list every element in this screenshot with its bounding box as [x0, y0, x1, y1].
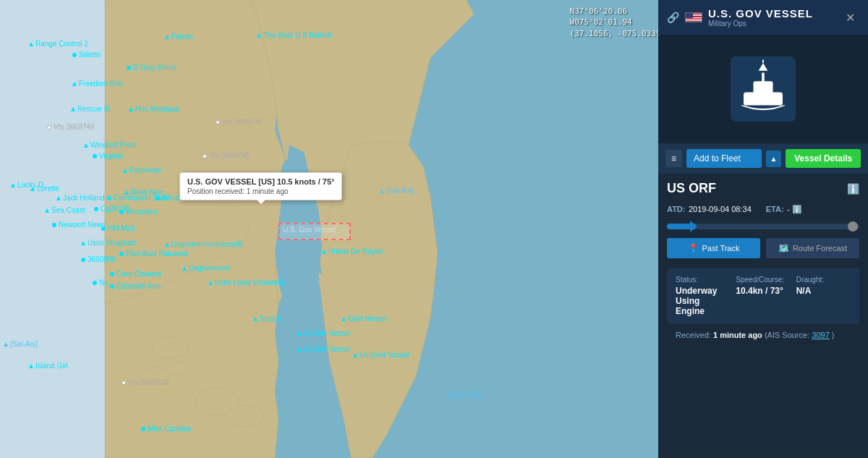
vessel-dgray[interactable]: D.Gray Kimel — [127, 64, 176, 72]
vessel-usns-shughart[interactable]: Usns Shughart — [81, 239, 135, 247]
panel-vessel-title: U.S. GOV VESSEL — [708, 7, 813, 20]
panel-header: 🔗 U.S. GOV VESSEL Military Ops ✕ — [658, 0, 868, 35]
progress-end-dot — [848, 221, 858, 232]
vessel-vts2[interactable]: Vts 3669748 — [216, 118, 263, 126]
info-icon[interactable]: ℹ️ — [847, 183, 859, 195]
vessel-satais3[interactable]: [Sat-Ais] — [447, 391, 481, 399]
vessel-image-area — [658, 35, 868, 143]
vessel-hfd[interactable]: Hfd Mp5 — [101, 224, 135, 232]
ais-prefix: (AIS Source: — [762, 331, 812, 339]
track-buttons: 📍 Past Track 🗺️ Route Forecast — [667, 238, 859, 258]
progress-bar — [667, 224, 859, 229]
coord-line2: W075°02'01.94 — [570, 17, 665, 27]
panel-vessel-subtitle: Military Ops — [708, 20, 813, 27]
vessel-towboat[interactable]: Tow Boat U.S Bailout — [257, 31, 331, 39]
vessel-rescue[interactable]: Rescue III — [71, 105, 110, 113]
draught-value: N/A — [796, 286, 851, 296]
vessel-lorette[interactable]: Lorette — [30, 185, 59, 192]
vessel-details-button[interactable]: Vessel Details — [786, 149, 861, 168]
vessel-usgovt2[interactable]: Us Gov Vessel — [297, 345, 351, 353]
vessel-vts1[interactable]: Vts 3669749 — [47, 123, 94, 131]
route-forecast-button[interactable]: 🗺️ Route Forecast — [766, 238, 859, 258]
vessel-windmill[interactable]: Windmill Point — [84, 141, 136, 149]
forecast-icon: 🗺️ — [778, 243, 789, 253]
eta-field: ETA: - ℹ️ — [766, 202, 802, 215]
atd-field: ATD: 2019-09-04 08:34 — [667, 202, 752, 215]
vessel-virginia[interactable]: Virginia — [93, 152, 123, 160]
vessel-newport[interactable]: Newport News — [52, 221, 106, 229]
vessel-usgovvessel[interactable]: Usgovvessel — [182, 264, 230, 272]
coordinates-display: N37°06'20.06 W075°02'01.94 (37.1056, -07… — [570, 6, 665, 39]
ais-close: ) — [830, 331, 835, 339]
vessel-pathfinder[interactable]: Pathfinder — [123, 166, 163, 174]
eta-value: - — [787, 205, 792, 213]
vessel-vts4[interactable]: Vts 3660623 — [122, 378, 169, 386]
speed-value: 10.4kn / 73° — [736, 286, 790, 296]
eta-info-icon[interactable]: ℹ️ — [792, 205, 802, 213]
vessel-hnlms[interactable]: Hnlms De Ruyter — [322, 247, 383, 255]
vessel-usgovt3[interactable]: Us Govt Vessel — [353, 351, 409, 359]
received-time: 1 minute ago — [713, 331, 762, 339]
atd-label: ATD: — [667, 205, 685, 213]
vessel-satais1[interactable]: [Sat-Ais] — [380, 187, 414, 195]
action-toolbar: ≡ Add to Fleet ▲ Vessel Details — [658, 143, 868, 174]
svg-point-5 — [228, 405, 264, 427]
ais-source-link[interactable]: 3097 — [812, 331, 829, 339]
status-cell-1: Status: Underway Using Engine — [676, 276, 730, 316]
vessel-name: US ORF — [667, 181, 716, 196]
vessel-misscaroline[interactable]: Miss Caroline — [141, 425, 192, 433]
svg-point-3 — [166, 362, 188, 376]
received-prefix: Received: — [676, 331, 713, 339]
past-track-button[interactable]: 📍 Past Track — [667, 238, 760, 258]
received-row: Received: 1 minute ago (AIS Source: 3097… — [667, 331, 859, 339]
info-section: US ORF ℹ️ ATD: 2019-09-04 08:34 ETA: - ℹ… — [658, 174, 868, 458]
vessel-pilotboat[interactable]: Pilot Boat Patuxent — [119, 250, 187, 258]
coord-line3: (37.1056, -075.0339) — [570, 28, 665, 39]
selected-vessel-box[interactable]: U.S. Gov Vessel — [278, 223, 351, 240]
draught-label: Draught: — [796, 276, 851, 284]
vessel-vts3[interactable]: Vts 3669745 — [203, 152, 250, 160]
vessel-stiletto[interactable]: Stiletto — [72, 51, 101, 59]
track-icon: 📍 — [688, 243, 699, 253]
vessel-usns-leroy[interactable]: Usns Leroy Grumman — [208, 279, 286, 287]
speed-label: Speed/Course: — [736, 276, 790, 284]
past-track-label: Past Track — [702, 244, 740, 253]
coord-line1: N37°06'20.06 — [570, 6, 665, 17]
vessel-falcon[interactable]: Falcon — [165, 33, 193, 41]
vessel-icon — [731, 56, 796, 122]
vessel-hos[interactable]: Hos Mystique — [129, 105, 179, 113]
vessel-elizabethann[interactable]: Elizabeth Ann — [110, 282, 161, 290]
route-forecast-label: Route Forecast — [793, 244, 847, 253]
vessel-jackholland[interactable]: Jack Holland — [56, 194, 104, 202]
vessel-no[interactable]: No. — [93, 279, 111, 287]
tooltip-title: U.S. GOV VESSEL [US] 10.5 knots / 75° — [187, 177, 334, 186]
vessel-seacoast[interactable]: Sea Coast — [45, 206, 85, 214]
status-label: Status: — [676, 276, 730, 284]
status-value-line2: Using Engine — [676, 296, 730, 316]
svg-point-1 — [152, 336, 188, 358]
vessel-tooltip: U.S. GOV VESSEL [US] 10.5 knots / 75° Po… — [179, 172, 342, 200]
vessel-3660800[interactable]: 3660800 — [81, 255, 116, 263]
add-to-fleet-button[interactable]: Add to Fleet — [686, 149, 762, 168]
status-grid: Status: Underway Using Engine Speed/Cour… — [667, 268, 859, 323]
vessel-usgovt5[interactable]: Usgovernmentvessel5 — [165, 240, 243, 248]
panel-close-button[interactable]: ✕ — [841, 9, 859, 26]
status-value-line1: Underway — [676, 286, 730, 296]
status-cell-3: Draught: N/A — [796, 276, 851, 316]
vessel-satais2[interactable]: [Sat-Ais] — [4, 340, 38, 348]
fleet-dropdown-button[interactable]: ▲ — [766, 150, 782, 167]
vessel-islandgirl[interactable]: Island Girl — [29, 362, 68, 370]
vessel-wicomico[interactable]: Wicomico — [119, 208, 157, 216]
vessel-gary[interactable]: Gary Chouest — [110, 270, 161, 278]
vessel-govt[interactable]: Govt Vessel — [341, 315, 386, 323]
menu-button[interactable]: ≡ — [665, 150, 682, 167]
vessel-freedom[interactable]: Freedom Star — [72, 80, 123, 88]
vessel-detail-panel: 🔗 U.S. GOV VESSEL Military Ops ✕ — [658, 0, 868, 458]
us-flag — [685, 12, 702, 22]
vessel-supply[interactable]: Supply — [253, 315, 282, 323]
vessel-range-control2[interactable]: Range Control 2 — [29, 40, 88, 48]
progress-arrow — [690, 221, 697, 232]
svg-rect-9 — [762, 73, 765, 83]
atd-value: 2019-09-04 08:34 — [689, 205, 752, 213]
vessel-usgovt1[interactable]: Us Gov Vessel — [297, 329, 351, 337]
